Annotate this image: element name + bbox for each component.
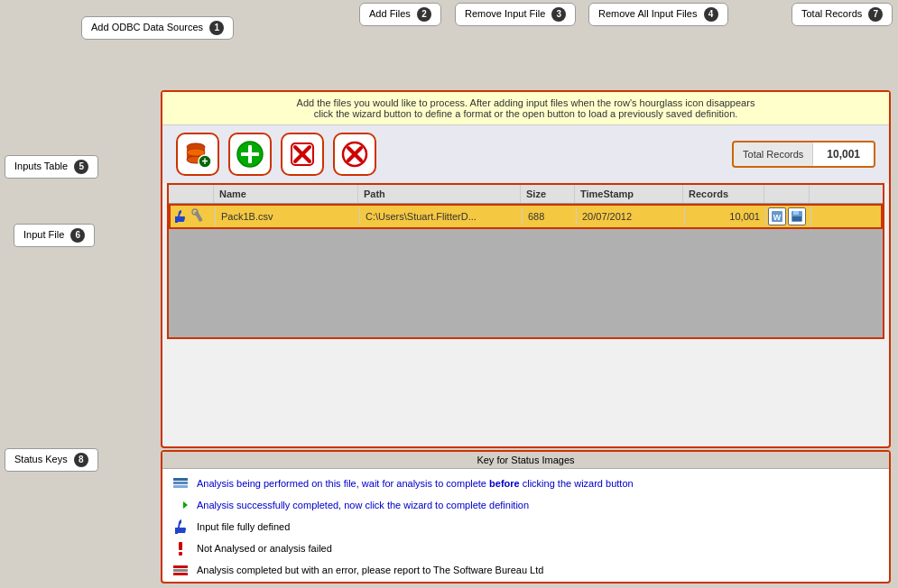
table-header: Name Path Size TimeStamp Records [169,185,883,204]
col-size: Size [521,185,575,203]
row-wizard-button[interactable]: W [768,207,786,225]
status-exclaim-icon [171,539,190,557]
svg-rect-29 [173,573,188,575]
svg-rect-28 [173,569,188,572]
inputs-table: Name Path Size TimeStamp Records Pack1B.… [167,183,884,339]
row-name: Pack1B.csv [216,207,360,225]
status-item-5: Analysis completed but with an error, pl… [171,561,880,579]
wrench-icon [190,208,207,225]
total-records-box: Total Records 10,001 [732,141,875,168]
svg-rect-20 [793,211,799,215]
row-timestamp: 20/07/2012 [577,207,685,225]
add-odbc-button[interactable]: + [176,133,219,176]
svg-rect-27 [173,565,188,568]
remove-input-file-tooltip: Remove Input File 3 [455,3,576,26]
row-save-button[interactable] [788,207,806,225]
col-name: Name [214,185,358,203]
col-status [169,185,214,203]
col-records: Records [683,185,764,203]
input-file-label: Input File 6 [14,224,95,247]
svg-rect-23 [173,482,188,484]
status-arrow-icon [171,496,190,514]
row-records: 10,001 [685,207,766,225]
status-list: Analysis being performed on this file, w… [162,469,889,584]
toolbar: + [162,125,889,183]
svg-rect-24 [173,485,188,488]
main-panel: Add the files you would like to process.… [161,90,891,448]
add-files-num: 2 [417,7,431,22]
status-keys-label: Status Keys 8 [5,448,98,472]
status-panel: Key for Status Images Analysis being per… [161,450,891,583]
row-status-icons [171,207,216,226]
add-odbc-tooltip: Add ODBC Data Sources 1 [81,16,234,40]
svg-rect-22 [173,478,188,481]
status-layers-icon [171,474,190,492]
status-error-icon [171,561,190,579]
remove-all-num: 4 [704,7,718,22]
col-path: Path [358,185,521,203]
remove-input-file-num: 3 [551,7,566,22]
status-keys-num: 8 [74,453,88,467]
svg-rect-25 [179,542,182,550]
add-files-tooltip: Add Files 2 [359,3,441,26]
row-path: C:\Users\Stuart.FlitterD... [360,207,523,225]
svg-text:+: + [201,155,208,168]
table-empty-area [169,229,883,337]
status-panel-title: Key for Status Images [162,452,889,469]
svg-rect-21 [792,216,801,221]
row-size: 688 [523,207,577,225]
thumb-up-icon [172,208,189,225]
table-row: Pack1B.csv C:\Users\Stuart.FlitterD... 6… [169,204,883,229]
svg-rect-8 [241,152,259,156]
inputs-table-label: Inputs Table 5 [5,155,98,179]
add-files-button[interactable] [228,133,272,176]
col-timestamp: TimeStamp [575,185,683,203]
status-item-3: Input file fully defined [171,518,880,536]
svg-text:W: W [773,213,782,222]
remove-input-file-button[interactable] [281,133,324,176]
status-item-1: Analysis being performed on this file, w… [171,474,880,492]
inputs-table-num: 5 [74,160,88,174]
col-actions [764,185,810,203]
status-thumbup-icon [171,518,190,536]
total-records-tooltip: Total Records 7 [792,3,893,26]
remove-all-files-button[interactable] [333,133,376,176]
status-item-4: Not Analysed or analysis failed [171,539,880,557]
svg-rect-15 [194,211,202,222]
add-odbc-num: 1 [209,21,224,35]
info-bar: Add the files you would like to process.… [162,92,889,125]
svg-rect-26 [179,552,182,556]
input-file-num: 6 [70,228,85,243]
total-records-value: 10,001 [813,142,874,166]
status-item-2: Analysis successfully completed, now cli… [171,496,880,514]
total-records-label: Total Records [734,143,813,165]
total-records-num: 7 [868,7,883,22]
row-actions: W [766,206,811,227]
remove-all-files-tooltip: Remove All Input Files 4 [588,3,728,26]
